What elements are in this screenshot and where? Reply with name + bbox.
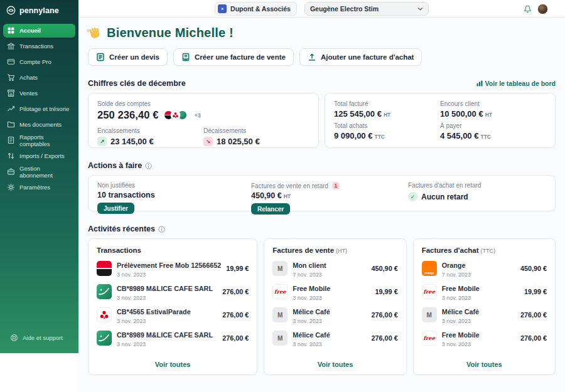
bell-icon[interactable] <box>524 4 532 13</box>
sidebar-item-documents[interactable]: Mes documents <box>3 118 75 132</box>
row-date: 3 nov. 2023 <box>293 318 366 324</box>
avatar[interactable] <box>537 4 548 14</box>
sidebar-item-accueil[interactable]: Accueil <box>3 24 75 38</box>
row-amount: 276,00 € <box>372 334 398 342</box>
invoice-row[interactable]: M Mon client7 nov. 2023 450,90 € <box>272 259 397 278</box>
outflows-label: Décaissements <box>203 127 309 134</box>
actions-title: Actions à faire <box>88 161 142 170</box>
card-icon <box>7 58 15 66</box>
firm-chip[interactable]: ▦ Dupont & Associés <box>215 2 297 16</box>
firm-name: Dupont & Associés <box>230 5 291 13</box>
unjustified-column: Non justifiées 10 transactions Justifier <box>97 182 251 204</box>
more-accounts-badge[interactable]: +3 <box>195 112 201 119</box>
sidebar-item-label: Mes documents <box>19 121 62 128</box>
stat-label: Total facturé <box>334 100 440 107</box>
inflows-label: Encaissements <box>97 127 203 134</box>
sidebar-item-label: Accueil <box>19 27 41 34</box>
orange-logo: orange <box>422 261 437 276</box>
sidebar-item-label: Imports / Exports <box>19 152 65 159</box>
transaction-row[interactable]: Prélèvement Free Mob 125666523 nov. 2023… <box>97 259 249 278</box>
document-icon <box>96 53 105 61</box>
invoice-row[interactable]: free Free Mobile3 nov. 2023 19,99 € <box>272 282 397 301</box>
sidebar-item-compte-pro[interactable]: Compte Pro <box>3 55 75 69</box>
view-all-purchase-invoices-link[interactable]: Voir toutes <box>422 357 547 369</box>
create-sale-invoice-button[interactable]: Créer une facture de vente <box>173 48 294 66</box>
transaction-row[interactable]: CB*8989 M&LICE CAFE SARL3 nov. 2023 276,… <box>97 282 249 301</box>
row-name: Mélice Café <box>442 308 479 315</box>
pennylane-coin-icon <box>6 6 16 15</box>
row-amount: 276,00 € <box>520 334 547 342</box>
sidebar-item-parametres[interactable]: Paramètres <box>3 181 75 194</box>
row-date: 3 nov. 2023 <box>293 341 366 347</box>
late-sales-value: 450,90 € <box>251 191 282 200</box>
create-quote-label: Créer un devis <box>109 53 159 61</box>
stat-label: À payer <box>440 122 546 129</box>
row-amount: 276,00 € <box>222 334 249 342</box>
invoice-row[interactable]: orange Orange7 nov. 2023 450,90 € <box>422 259 547 278</box>
gear-icon <box>7 183 15 191</box>
sidebar-item-aide-support[interactable]: Aide et support <box>6 331 72 345</box>
row-date: 3 nov. 2023 <box>117 341 217 347</box>
create-quote-button[interactable]: Créer un devis <box>88 48 168 66</box>
add-purchase-invoice-button[interactable]: Ajouter une facture d'achat <box>299 48 422 66</box>
sidebar-item-transactions[interactable]: Transactions <box>3 40 75 53</box>
invoice-row[interactable]: M Mélice Café3 nov. 2023 276,00 € <box>272 305 397 324</box>
row-date: 3 nov. 2023 <box>442 295 519 301</box>
row-name: Free Mobile <box>442 285 480 292</box>
purchase-invoices-card: Factures d'achat(TTC) orange Orange7 nov… <box>413 238 556 375</box>
late-purchases-column: Factures d'achat en retard ✓ Aucun retar… <box>408 182 546 204</box>
sidebar-item-label: Aide et support <box>23 334 63 341</box>
info-icon[interactable] <box>145 162 152 169</box>
sidebar: pennylane Accueil Transactions Compte Pr… <box>0 0 78 353</box>
sidebar-item-pilotage[interactable]: Pilotage et trésorie <box>3 102 75 116</box>
remind-button[interactable]: Relancer <box>251 203 290 215</box>
sales-invoices-card-title: Factures de vente <box>272 246 334 254</box>
invoice-row[interactable]: M Mélice Café3 nov. 2023 276,00 € <box>272 329 397 347</box>
row-date: 3 nov. 2023 <box>442 341 515 347</box>
stat-unit: HT <box>384 112 390 118</box>
sidebar-item-imports-exports[interactable]: Imports / Exports <box>3 149 75 163</box>
sidebar-item-label: Gestion abonnement <box>19 165 72 179</box>
invoice-row[interactable]: free Free Mobile3 nov. 2023 276,00 € <box>422 329 547 347</box>
transaction-row[interactable]: CB*4565 EstivalParade3 nov. 2023 276,00 … <box>97 305 249 324</box>
company-select[interactable]: Geugène Electro Stim <box>304 2 429 16</box>
grid-icon <box>7 26 15 34</box>
free-logo: free <box>422 284 437 299</box>
late-purchases-label: Factures d'achat en retard <box>408 182 481 189</box>
sidebar-item-ventes[interactable]: Ventes <box>3 87 75 100</box>
transaction-row[interactable]: CB*8989 M&LICE CAFE SARL3 nov. 2023 276,… <box>97 329 249 347</box>
inflows-value: 23 145,00 € <box>110 137 154 146</box>
dashboard-link[interactable]: Voir le tableau de bord <box>476 80 556 87</box>
page-title: Bienvenue Michelle ! <box>107 26 234 40</box>
stat-unit: HT <box>485 112 492 118</box>
justify-button[interactable]: Justifier <box>97 203 134 214</box>
sidebar-item-label: Compte Pro <box>19 58 51 65</box>
brand-logo[interactable]: pennylane <box>0 0 78 20</box>
sidebar-item-rapports[interactable]: Rapports comptables <box>3 134 75 147</box>
view-all-sales-invoices-link[interactable]: Voir toutes <box>272 357 397 369</box>
sidebar-item-achats[interactable]: Achats <box>3 71 75 85</box>
inflows-block: Encaissements ↗ 23 145,00 € <box>97 127 203 146</box>
no-late-status: Aucun retard <box>421 193 468 201</box>
credit-mutuel-logo <box>171 110 180 120</box>
row-date: 3 nov. 2023 <box>117 272 221 278</box>
view-all-transactions-link[interactable]: Voir toutes <box>97 357 249 369</box>
sidebar-item-abonnement[interactable]: Gestion abonnement <box>3 165 75 179</box>
bank-icon <box>7 42 15 50</box>
create-sale-invoice-label: Créer une facture de vente <box>195 53 286 61</box>
sidebar-item-label: Paramètres <box>19 184 50 191</box>
briefcase-icon <box>7 167 15 176</box>
row-name: Orange <box>442 262 466 269</box>
firm-logo-icon: ▦ <box>218 4 227 13</box>
bank-logos[interactable] <box>164 110 187 120</box>
invoice-row[interactable]: free Free Mobile3 nov. 2023 19,99 € <box>422 282 547 301</box>
bnp-logo <box>97 331 112 346</box>
invoice-row[interactable]: M Mélice Café3 nov. 2023 276,00 € <box>422 305 547 324</box>
info-icon[interactable] <box>158 226 165 233</box>
waving-hand-icon <box>87 24 104 41</box>
sidebar-item-label: Pilotage et trésorie <box>19 105 69 112</box>
stat-value: 10 500,00 € <box>440 109 483 119</box>
upload-icon <box>308 53 316 61</box>
arrow-up-right-icon: ↗ <box>97 137 107 146</box>
cart-icon <box>7 73 15 82</box>
